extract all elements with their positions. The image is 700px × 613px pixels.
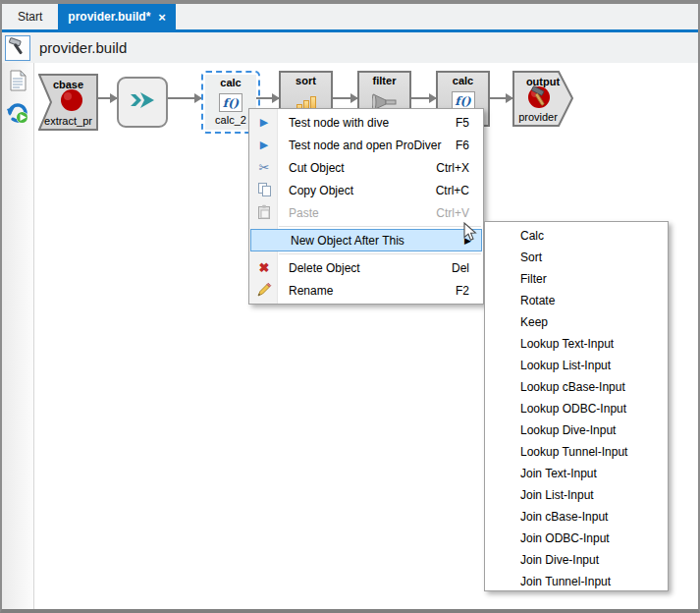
context-menu: ▶ Test node with dive F5 ▶ Test node and… bbox=[248, 108, 484, 305]
menu-item-delete-object[interactable]: ✖ Delete Object Del bbox=[249, 256, 483, 279]
submenu-item-join-dive-input[interactable]: Join Dive-Input bbox=[485, 549, 668, 571]
shortcut-label: Ctrl+V bbox=[436, 206, 483, 220]
submenu-item-join-cbase-input[interactable]: Join cBase-Input bbox=[485, 506, 668, 528]
node-name-label: provider bbox=[512, 111, 573, 124]
script-editor-button[interactable] bbox=[5, 70, 30, 95]
document-header: provider.build bbox=[2, 32, 698, 63]
submenu-item-lookup-list-input[interactable]: Lookup List-Input bbox=[485, 355, 668, 376]
play-icon: ▶ bbox=[249, 139, 279, 150]
page-title: provider.build bbox=[39, 39, 127, 56]
menu-separator bbox=[279, 226, 481, 227]
run-sync-button[interactable] bbox=[5, 102, 30, 128]
connector-arrow bbox=[411, 97, 436, 99]
tab-bar: Start provider.build* × bbox=[2, 4, 698, 29]
menu-item-copy-object[interactable]: Copy Object Ctrl+C bbox=[249, 179, 483, 201]
submenu-item-lookup-text-input[interactable]: Lookup Text-Input bbox=[485, 333, 668, 355]
connector-arrow bbox=[168, 97, 201, 99]
scissors-icon: ✂ bbox=[249, 161, 279, 174]
submenu-item-join-text-input[interactable]: Join Text-Input bbox=[485, 463, 668, 484]
hammer-tool-button[interactable] bbox=[5, 35, 30, 61]
play-icon: ▶ bbox=[249, 117, 279, 128]
shortcut-label: F2 bbox=[456, 284, 483, 298]
node-type-label: calc bbox=[453, 75, 473, 87]
tab-provider-build-label: provider.build* bbox=[68, 10, 150, 24]
submenu-item-join-odbc-input[interactable]: Join ODBC-Input bbox=[485, 528, 668, 549]
flow-canvas[interactable]: cbase extract_pr calc f() c bbox=[33, 63, 698, 609]
submenu-item-lookup-dive-input[interactable]: Lookup Dive-Input bbox=[485, 419, 668, 441]
node-type-label: calc bbox=[220, 77, 241, 89]
paste-icon bbox=[249, 204, 279, 222]
workbench-window: Start provider.build* × provider.build bbox=[0, 0, 700, 613]
delete-x-icon: ✖ bbox=[249, 261, 279, 274]
menu-item-new-object-after-this[interactable]: New Object After This ▶ bbox=[250, 229, 482, 251]
node-name-label: extract_pr bbox=[38, 115, 98, 128]
shortcut-label: Ctrl+X bbox=[436, 161, 483, 175]
submenu-item-lookup-tunnel-input[interactable]: Lookup Tunnel-Input bbox=[485, 441, 668, 463]
shortcut-label: Del bbox=[452, 261, 483, 275]
node-merge[interactable] bbox=[117, 77, 168, 128]
menu-separator bbox=[279, 253, 481, 254]
connector-arrow bbox=[333, 97, 357, 99]
shortcut-label: F5 bbox=[456, 116, 483, 130]
node-type-label: sort bbox=[296, 75, 316, 87]
connector-arrow bbox=[490, 97, 512, 99]
node-output-provider[interactable]: output provider bbox=[512, 71, 573, 127]
submenu-item-lookup-cbase-input[interactable]: Lookup cBase-Input bbox=[485, 376, 668, 398]
sidebar bbox=[2, 63, 33, 609]
script-document-icon bbox=[9, 70, 27, 96]
submenu-item-sort[interactable]: Sort bbox=[485, 247, 668, 268]
tab-start-label: Start bbox=[18, 10, 42, 24]
submenu-item-filter[interactable]: Filter bbox=[485, 268, 668, 290]
sync-run-icon bbox=[6, 101, 29, 129]
menu-item-paste[interactable]: Paste Ctrl+V bbox=[249, 201, 483, 224]
new-object-submenu: Calc Sort Filter Rotate Keep Lookup Text… bbox=[484, 221, 669, 591]
menu-item-rename[interactable]: Rename F2 bbox=[249, 279, 483, 302]
node-type-label: filter bbox=[373, 75, 397, 87]
node-cbase-extract-pr[interactable]: cbase extract_pr bbox=[38, 74, 98, 131]
submenu-item-calc[interactable]: Calc bbox=[485, 225, 668, 247]
mouse-cursor-icon bbox=[463, 222, 477, 246]
submenu-item-rotate[interactable]: Rotate bbox=[485, 290, 668, 311]
menu-item-cut-object[interactable]: ✂ Cut Object Ctrl+X bbox=[249, 156, 483, 179]
submenu-item-join-list-input[interactable]: Join List-Input bbox=[485, 484, 668, 506]
shortcut-label: Ctrl+C bbox=[436, 184, 483, 197]
red-sphere-icon bbox=[61, 89, 82, 111]
submenu-item-join-tunnel-input[interactable]: Join Tunnel-Input bbox=[485, 571, 668, 592]
connector-arrow bbox=[256, 97, 279, 99]
menu-item-test-node-with-dive[interactable]: ▶ Test node with dive F5 bbox=[249, 111, 483, 134]
shortcut-label: F6 bbox=[456, 139, 483, 152]
merge-arrows-icon bbox=[129, 88, 156, 116]
menu-item-test-node-open-prodiver[interactable]: ▶ Test node and open ProDiver F6 bbox=[249, 134, 483, 156]
node-type-label: output bbox=[512, 76, 573, 88]
close-icon[interactable]: × bbox=[158, 11, 166, 24]
hammer-icon bbox=[8, 36, 27, 60]
tab-provider-build[interactable]: provider.build* × bbox=[58, 4, 176, 29]
submenu-item-lookup-odbc-input[interactable]: Lookup ODBC-Input bbox=[485, 398, 668, 419]
tab-start[interactable]: Start bbox=[8, 4, 52, 29]
connector-arrow bbox=[98, 97, 117, 99]
submenu-item-keep[interactable]: Keep bbox=[485, 311, 668, 333]
pencil-icon bbox=[249, 282, 279, 300]
node-type-label: cbase bbox=[38, 79, 98, 91]
content-area: cbase extract_pr calc f() c bbox=[2, 63, 698, 609]
function-icon: f() bbox=[219, 93, 242, 112]
copy-icon bbox=[249, 182, 279, 199]
